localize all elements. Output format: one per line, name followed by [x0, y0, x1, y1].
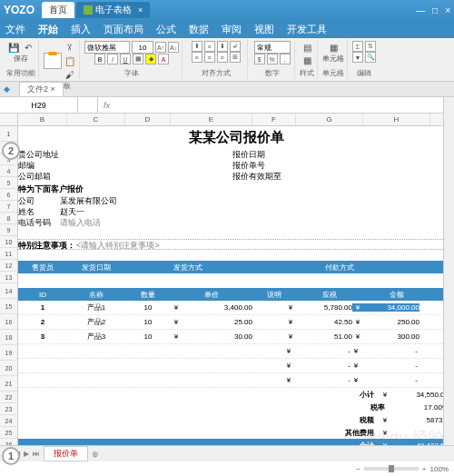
ribbon-group-number: $ % , 数字	[250, 40, 295, 79]
paste-icon[interactable]	[44, 53, 62, 69]
percent-icon[interactable]: %	[267, 54, 278, 64]
sum-icon[interactable]: Σ	[352, 41, 363, 52]
col-f[interactable]: F	[252, 114, 296, 125]
zoom-in-icon[interactable]: +	[422, 465, 427, 473]
menu-formula[interactable]: 公式	[156, 23, 176, 36]
align-bot-icon[interactable]: ⬇	[217, 41, 228, 52]
col-d[interactable]: D	[125, 114, 171, 125]
font-shrink-icon[interactable]: A↓	[168, 42, 179, 53]
window-close-icon[interactable]: ×	[445, 5, 450, 15]
tab-close-icon[interactable]: ×	[138, 5, 143, 15]
menu-review[interactable]: 审阅	[222, 23, 242, 36]
bold-icon[interactable]: B	[94, 54, 105, 64]
col-c[interactable]: C	[67, 114, 125, 125]
sheet-nav-next-icon[interactable]: ▶	[24, 450, 29, 458]
table-row: ¥- ¥-	[18, 373, 454, 388]
customer-section: 特为下面客户报价	[18, 183, 454, 195]
cut-icon[interactable]: ✂	[64, 41, 76, 54]
find-icon[interactable]: 🔍	[365, 52, 376, 63]
sheet-tabs: ⏮ ◀ ▶ ⏭ 报价单 ⊕	[0, 445, 454, 461]
step-badge-1: 1	[2, 447, 20, 465]
align-center-icon[interactable]: ≡	[204, 52, 215, 63]
tab-home[interactable]: 首页	[42, 2, 74, 18]
font-select[interactable]	[84, 41, 130, 54]
style-group-label: 样式	[300, 68, 314, 78]
zoom-control[interactable]: − + 100%	[356, 461, 449, 476]
menu-file[interactable]: 文件	[5, 23, 25, 36]
menu-insert[interactable]: 插入	[71, 23, 91, 36]
underline-icon[interactable]: U	[120, 54, 131, 64]
menubar: 文件 开始 插入 页面布局 公式 数据 审阅 视图 开发工具	[0, 20, 454, 38]
ribbon-group-cell: ▦ 单元格 单元格	[320, 40, 348, 79]
common-group-label: 常用功能	[6, 68, 35, 78]
window-max-icon[interactable]: □	[432, 5, 438, 15]
formula-bar: H29 fx	[0, 97, 454, 114]
table-row: 3 产品3 10 ¥30.00 ¥51.00 ¥300.00	[18, 330, 454, 344]
sort-icon[interactable]: ⇅	[365, 41, 376, 52]
fill-icon[interactable]: ▼	[352, 52, 363, 63]
format-painter-icon[interactable]: 🖌	[64, 68, 76, 81]
menu-start[interactable]: 开始	[38, 23, 58, 36]
spreadsheet-grid[interactable]: B C D E F G H 1 2 3 4 5 6 7 8 9 10 11 12…	[0, 114, 454, 459]
name-box[interactable]: H29	[0, 97, 78, 113]
menu-data[interactable]: 数据	[189, 23, 209, 36]
number-group-label: 数字	[265, 68, 280, 78]
table-row: ¥- ¥-	[18, 344, 454, 359]
zoom-out-icon[interactable]: −	[356, 465, 360, 473]
col-e[interactable]: E	[171, 114, 252, 125]
menu-layout[interactable]: 页面布局	[104, 23, 143, 36]
tab-spreadsheet-label: 电子表格	[95, 4, 132, 16]
cell-btn-label: 单元格	[322, 54, 344, 64]
fill-color-icon[interactable]: ◆	[145, 54, 156, 64]
cell-group-label: 单元格	[322, 68, 344, 78]
copy-icon[interactable]: 📋	[64, 55, 76, 67]
menu-view[interactable]: 视图	[254, 23, 274, 36]
cell-icon[interactable]: ▦	[327, 41, 340, 54]
cond-format-icon[interactable]: ▤	[301, 41, 313, 54]
tab-spreadsheet[interactable]: 电子表格 ×	[76, 2, 150, 18]
doc-add-icon[interactable]: ◆	[4, 84, 10, 94]
fx-icon[interactable]: fx	[104, 101, 110, 110]
sheet-add-icon[interactable]: ⊕	[92, 450, 99, 459]
doc-tab[interactable]: 文件2 ×	[19, 82, 64, 96]
notes-placeholder: <请输入特别注意事项>	[76, 240, 160, 249]
column-headers: B C D E F G H	[0, 114, 454, 126]
spreadsheet-icon	[84, 5, 93, 15]
scrollbar-vertical[interactable]	[443, 97, 454, 445]
number-format-select[interactable]	[254, 41, 291, 54]
doc-tab-close-icon[interactable]: ×	[51, 84, 55, 94]
col-b[interactable]: B	[18, 114, 67, 125]
row-headers: 1 2 3 4 5 6 7 8 9 10 11 12 13 14 15 16 1…	[0, 126, 18, 459]
ribbon-group-align: ⬆ ≡ ⬇ ↲ ≡ ≡ ≡ ⊞ 对齐方式	[184, 40, 248, 79]
merge-icon[interactable]: ⊞	[230, 52, 241, 63]
border-icon[interactable]: ▦	[133, 54, 143, 64]
table-row: ¥- ¥-	[18, 359, 454, 373]
font-color-icon[interactable]: A	[158, 54, 169, 64]
comma-icon[interactable]: ,	[280, 54, 291, 64]
table-style-icon[interactable]: ▦	[301, 54, 313, 66]
sheet-tab-quote[interactable]: 报价单	[44, 446, 88, 461]
currency-icon[interactable]: $	[254, 54, 265, 64]
align-top-icon[interactable]: ⬆	[192, 41, 202, 52]
app-brand: YOZO	[4, 4, 35, 16]
align-left-icon[interactable]: ≡	[192, 52, 202, 63]
menu-dev[interactable]: 开发工具	[287, 23, 327, 36]
align-right-icon[interactable]: ≡	[217, 52, 228, 63]
col-h[interactable]: H	[363, 114, 430, 125]
window-min-icon[interactable]: —	[416, 5, 425, 15]
align-mid-icon[interactable]: ≡	[204, 41, 215, 52]
sheet-nav-last-icon[interactable]: ⏭	[33, 450, 40, 458]
save-icon[interactable]: 💾	[7, 41, 20, 54]
ribbon-group-font: A↑ A↓ B I U ▦ ◆ A 字体	[82, 40, 183, 79]
font-grow-icon[interactable]: A↑	[155, 42, 166, 53]
edit-group-label: 编辑	[357, 68, 371, 78]
ribbon-group-edit: Σ⇅ ▼🔍 编辑	[350, 40, 379, 79]
col-g[interactable]: G	[296, 114, 363, 125]
wrap-icon[interactable]: ↲	[230, 41, 241, 52]
zoom-value: 100%	[430, 465, 449, 473]
font-size-select[interactable]	[132, 41, 153, 54]
ribbon: 💾↶ 保存 常用功能 ✂ 📋 🖌 剪贴板 A↑ A↓ B I U ▦ ◆ A	[0, 38, 454, 82]
zoom-slider[interactable]	[364, 467, 419, 471]
italic-icon[interactable]: I	[107, 54, 118, 64]
undo-icon[interactable]: ↶	[22, 41, 35, 54]
